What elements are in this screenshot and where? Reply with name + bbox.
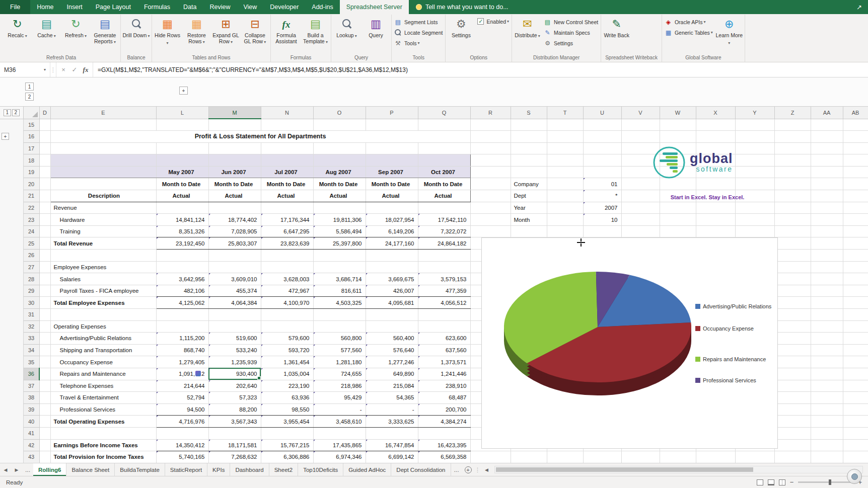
cell-l28[interactable]: 3,642,956: [156, 273, 208, 285]
ribbon-tab-home[interactable]: Home: [30, 0, 60, 14]
row-header-25[interactable]: 25: [23, 237, 39, 250]
cell-l43[interactable]: 5,740,165: [156, 451, 208, 463]
column-header-y[interactable]: Y: [735, 107, 774, 119]
cell-n43[interactable]: 6,306,886: [261, 451, 313, 463]
cell-o37[interactable]: 218,986: [313, 380, 366, 392]
cell-o29[interactable]: 816,611: [313, 285, 366, 297]
cell-n37[interactable]: 223,190: [261, 380, 313, 392]
row-header-28[interactable]: 28: [23, 273, 39, 285]
column-header-s[interactable]: S: [511, 107, 547, 119]
column-header-l[interactable]: L: [156, 107, 208, 119]
cell-q36[interactable]: 1,241,446: [418, 368, 470, 380]
sheet-tab-balance-sheet[interactable]: Balance Sheet: [66, 463, 115, 476]
formula-bar-handle[interactable]: ⋮: [50, 62, 56, 77]
row-header-33[interactable]: 33: [23, 333, 39, 345]
outline-level-1-button[interactable]: 1: [25, 83, 34, 91]
row-outline-level-2-button[interactable]: 2: [12, 109, 20, 116]
label-total-provision-for-income-taxes[interactable]: Total Provision for Income Taxes: [50, 451, 156, 463]
cell-q24[interactable]: 7,322,072: [418, 225, 470, 237]
cell-n29[interactable]: 472,967: [261, 285, 313, 297]
cell-l25[interactable]: 23,192,450: [156, 237, 208, 250]
column-header-x[interactable]: X: [696, 107, 735, 119]
sheet-nav-right-icon[interactable]: ▶: [11, 463, 22, 476]
cell-m24[interactable]: 7,028,905: [208, 225, 261, 237]
cell-m23[interactable]: 18,774,402: [208, 214, 261, 226]
ribbon-tab-spreadsheet-server[interactable]: Spreadsheet Server: [340, 0, 409, 14]
cell-n39[interactable]: 98,550: [261, 403, 313, 416]
cell-o23[interactable]: 19,811,306: [313, 214, 366, 226]
cell-p25[interactable]: 24,177,160: [366, 237, 418, 250]
row-header-41[interactable]: 41: [23, 427, 39, 439]
cell-o33[interactable]: 560,800: [313, 333, 366, 345]
cell-m38[interactable]: 57,323: [208, 392, 261, 404]
sheet-overflow-left-button[interactable]: ...: [22, 463, 33, 476]
cell-o28[interactable]: 3,686,714: [313, 273, 366, 285]
legend-item-advertising-public-relations[interactable]: Advertising/Public Relations: [695, 303, 772, 310]
cell-m39[interactable]: 88,200: [208, 403, 261, 416]
cell-q42[interactable]: 16,423,395: [418, 439, 470, 451]
label-shipping-and-transportation[interactable]: Shipping and Transportation: [50, 344, 156, 356]
cell-n40[interactable]: 3,955,454: [261, 416, 313, 428]
row-header-42[interactable]: 42: [23, 439, 39, 451]
param-value-company[interactable]: 01: [583, 178, 621, 190]
enter-icon[interactable]: ✓: [69, 66, 80, 73]
cell-n30[interactable]: 4,100,970: [261, 297, 313, 309]
cell-l35[interactable]: 1,279,405: [156, 356, 208, 368]
cell-l23[interactable]: 14,841,124: [156, 214, 208, 226]
cell-n28[interactable]: 3,628,003: [261, 273, 313, 285]
button-expand-gl-row[interactable]: ⊞Expand GL Row ▾: [211, 16, 240, 46]
cell-m35[interactable]: 1,235,939: [208, 356, 261, 368]
label-training[interactable]: Training: [50, 225, 156, 237]
cell-q28[interactable]: 3,579,153: [418, 273, 470, 285]
cell-m29[interactable]: 455,374: [208, 285, 261, 297]
label-revenue[interactable]: Revenue: [50, 202, 156, 214]
button-build-a-template[interactable]: ▤Build a Template ▾: [301, 16, 330, 46]
sheet-tab-staticreport[interactable]: StaticReport: [165, 463, 207, 476]
cell-p34[interactable]: 576,640: [366, 344, 418, 356]
row-header-35[interactable]: 35: [23, 356, 39, 368]
sheet-tab-sheet2[interactable]: Sheet2: [269, 463, 298, 476]
cell-n25[interactable]: 23,823,639: [261, 237, 313, 250]
button-write-back[interactable]: ✎Write Back: [602, 16, 631, 39]
cell-q23[interactable]: 17,542,110: [418, 214, 470, 226]
cell-o42[interactable]: 17,435,865: [313, 439, 366, 451]
cell-l40[interactable]: 4,716,976: [156, 416, 208, 428]
label-salaries[interactable]: Salaries: [50, 273, 156, 285]
sheet-tab-dept-consolidation[interactable]: Dept Consolidation: [391, 463, 451, 476]
zoom-slider-thumb[interactable]: [829, 479, 831, 485]
horizontal-scrollbar[interactable]: [494, 466, 863, 473]
cell-q37[interactable]: 238,910: [418, 380, 470, 392]
label-travel-entertainment[interactable]: Travel & Entertainment: [50, 392, 156, 404]
cell-l30[interactable]: 4,125,062: [156, 297, 208, 309]
param-label-month[interactable]: Month: [511, 214, 547, 226]
label-total-employee-expenses[interactable]: Total Employee Expenses: [50, 297, 156, 309]
row-outline-expand-button[interactable]: +: [2, 133, 9, 140]
row-header-38[interactable]: 38: [23, 392, 39, 404]
button-recalc[interactable]: ↻Recalc ▾: [3, 16, 32, 40]
select-all-corner[interactable]: [23, 107, 39, 119]
description-header[interactable]: Description: [50, 190, 156, 202]
page-layout-view-icon[interactable]: [768, 479, 774, 485]
cell-m28[interactable]: 3,609,010: [208, 273, 261, 285]
cell-p42[interactable]: 16,747,854: [366, 439, 418, 451]
column-header-q[interactable]: Q: [418, 107, 470, 119]
label-total-operating-expenses[interactable]: Total Operating Expenses: [50, 416, 156, 428]
button-refresh[interactable]: ↻Refresh ▾: [61, 16, 90, 40]
column-header-o[interactable]: O: [313, 107, 366, 119]
column-header-ab[interactable]: AB: [843, 107, 868, 119]
ribbon-tab-file[interactable]: File: [0, 0, 30, 14]
label-professional-services[interactable]: Professional Services: [50, 403, 156, 416]
button-cache[interactable]: ▤Cache ▾: [32, 16, 61, 40]
cell-l33[interactable]: 1,115,200: [156, 333, 208, 345]
row-header-15[interactable]: 15: [23, 119, 39, 131]
button-generate-reports[interactable]: ▤Generate Reports ▾: [91, 16, 119, 46]
normal-view-icon[interactable]: [757, 479, 763, 485]
label-total-revenue[interactable]: Total Revenue: [50, 237, 156, 250]
sheet-tab-dashboard[interactable]: Dashboard: [230, 463, 269, 476]
cell-q40[interactable]: 4,384,274: [418, 416, 470, 428]
row-header-17[interactable]: 17: [23, 142, 39, 154]
legend-item-repairs-and-maintenance[interactable]: Repairs and Maintenance: [695, 356, 772, 363]
row-header-27[interactable]: 27: [23, 261, 39, 273]
ribbon-tab-insert[interactable]: Insert: [60, 0, 89, 14]
button-settings[interactable]: ⚙Settings: [447, 16, 475, 39]
